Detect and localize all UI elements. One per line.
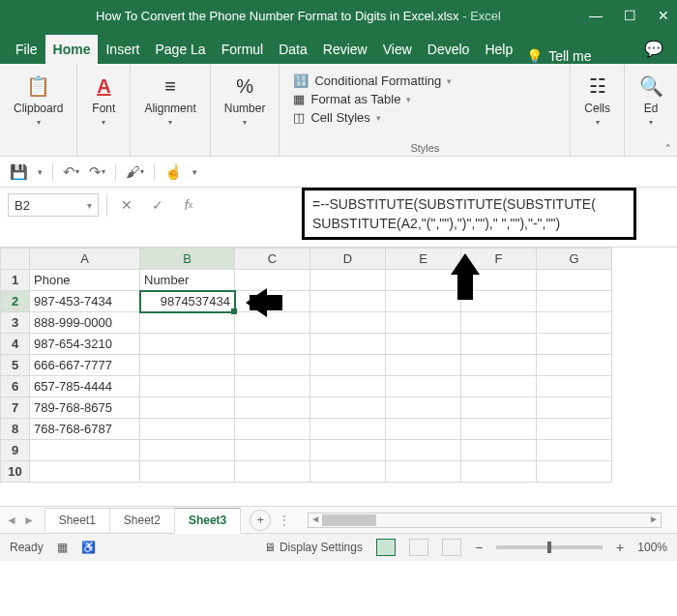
font-button[interactable]: A Font ▾ <box>83 70 124 131</box>
cell[interactable] <box>310 419 386 440</box>
zoom-slider[interactable] <box>496 545 603 549</box>
collapse-ribbon-button[interactable]: ˄ <box>665 143 671 156</box>
accessibility-icon[interactable]: ♿ <box>81 541 96 554</box>
cell[interactable] <box>310 376 386 397</box>
cell[interactable] <box>461 376 537 397</box>
save-button[interactable]: 💾 <box>10 163 28 181</box>
format-as-table-button[interactable]: ▦ Format as Table ▾ <box>293 92 556 106</box>
select-all-corner[interactable] <box>1 249 30 270</box>
col-header-A[interactable]: A <box>30 249 140 270</box>
cell[interactable]: 888-999-0000 <box>30 312 140 334</box>
name-box[interactable]: B2 <box>8 193 99 217</box>
redo-button[interactable]: ↷▾ <box>89 163 105 181</box>
cell[interactable] <box>537 419 612 440</box>
cell[interactable] <box>310 461 386 483</box>
cell[interactable] <box>537 270 612 291</box>
undo-button[interactable]: ↶▾ <box>63 163 79 181</box>
cell[interactable] <box>386 440 461 461</box>
macro-record-icon[interactable]: ▦ <box>57 541 68 554</box>
row-header[interactable]: 1 <box>1 270 30 291</box>
zoom-level[interactable]: 100% <box>637 541 667 554</box>
cell[interactable] <box>310 312 386 334</box>
horizontal-scrollbar[interactable] <box>308 513 662 528</box>
cell[interactable] <box>537 376 612 397</box>
cell-active[interactable]: 9874537434 <box>140 291 235 312</box>
row-header[interactable]: 9 <box>1 440 30 461</box>
cell[interactable] <box>235 334 310 355</box>
tab-insert[interactable]: Insert <box>98 35 147 64</box>
cell[interactable] <box>386 397 461 419</box>
cell[interactable] <box>235 461 310 483</box>
col-header-B[interactable]: B <box>140 249 235 270</box>
cell[interactable] <box>461 461 537 483</box>
cell[interactable]: 987-654-3210 <box>30 334 140 355</box>
tell-me[interactable]: 💡 Tell me <box>526 48 591 64</box>
cell[interactable] <box>310 397 386 419</box>
cells-table[interactable]: A B C D E F G 1 Phone Number 2 987-453-7… <box>0 248 612 483</box>
sheet-tab-2[interactable]: Sheet2 <box>109 508 175 532</box>
row-header[interactable]: 2 <box>1 291 30 312</box>
col-header-G[interactable]: G <box>537 249 612 270</box>
tab-file[interactable]: File <box>8 35 45 64</box>
row-header[interactable]: 10 <box>1 461 30 483</box>
cell[interactable]: 666-667-7777 <box>30 355 140 376</box>
cell[interactable]: Phone <box>30 270 140 291</box>
qat-customize[interactable]: ▾ <box>192 167 197 177</box>
cell[interactable] <box>537 334 612 355</box>
cell[interactable] <box>461 440 537 461</box>
row-header[interactable]: 7 <box>1 397 30 419</box>
qat-dropdown[interactable]: ▾ <box>38 167 43 177</box>
number-button[interactable]: % Number ▾ <box>217 70 274 131</box>
cell[interactable] <box>386 419 461 440</box>
cell[interactable] <box>537 461 612 483</box>
cell[interactable] <box>310 270 386 291</box>
cancel-formula-button[interactable]: ✕ <box>115 193 138 217</box>
comments-button[interactable]: 💬 <box>644 40 663 64</box>
cell[interactable] <box>461 397 537 419</box>
cells-button[interactable]: ☷ Cells ▾ <box>576 70 618 131</box>
cell[interactable] <box>461 355 537 376</box>
cell[interactable]: Number <box>140 270 235 291</box>
cell[interactable] <box>140 440 235 461</box>
cell[interactable] <box>310 355 386 376</box>
cell[interactable] <box>310 291 386 312</box>
cell[interactable] <box>537 355 612 376</box>
cell[interactable] <box>140 334 235 355</box>
cell[interactable] <box>140 376 235 397</box>
sheet-tab-3[interactable]: Sheet3 <box>174 508 241 534</box>
tab-home[interactable]: Home <box>45 35 99 64</box>
cell[interactable] <box>140 461 235 483</box>
cell[interactable] <box>461 312 537 334</box>
view-page-break-button[interactable] <box>442 539 461 556</box>
cell[interactable]: 987-453-7434 <box>30 291 140 312</box>
view-normal-button[interactable] <box>376 539 396 556</box>
cell[interactable]: 789-768-8675 <box>30 397 140 419</box>
cell[interactable] <box>386 312 461 334</box>
tab-formulas[interactable]: Formul <box>214 35 272 64</box>
cell[interactable] <box>386 355 461 376</box>
tab-review[interactable]: Review <box>315 35 375 64</box>
zoom-out-button[interactable]: − <box>475 540 483 555</box>
cell[interactable]: 768-768-6787 <box>30 419 140 440</box>
tab-developer[interactable]: Develo <box>420 35 478 64</box>
cell[interactable] <box>140 312 235 334</box>
cell[interactable] <box>140 397 235 419</box>
cell[interactable] <box>235 397 310 419</box>
tab-data[interactable]: Data <box>271 35 315 64</box>
cell[interactable] <box>310 440 386 461</box>
fx-button[interactable]: fx <box>177 193 200 217</box>
sheet-tab-1[interactable]: Sheet1 <box>44 508 110 532</box>
close-button[interactable]: ✕ <box>658 8 669 23</box>
tab-help[interactable]: Help <box>477 35 520 64</box>
row-header[interactable]: 5 <box>1 355 30 376</box>
cell[interactable] <box>235 419 310 440</box>
cell[interactable] <box>235 355 310 376</box>
touch-mode-button[interactable]: ☝ <box>164 163 183 181</box>
row-header[interactable]: 4 <box>1 334 30 355</box>
formula-input[interactable]: =--SUBSTITUTE(SUBSTITUTE(SUBSTITUTE( SUB… <box>302 188 636 240</box>
minimize-button[interactable]: — <box>589 8 603 23</box>
cell[interactable] <box>310 334 386 355</box>
alignment-button[interactable]: ≡ Alignment ▾ <box>136 70 203 131</box>
cell[interactable] <box>140 355 235 376</box>
editing-button[interactable]: 🔍 Ed ▾ <box>631 70 671 131</box>
